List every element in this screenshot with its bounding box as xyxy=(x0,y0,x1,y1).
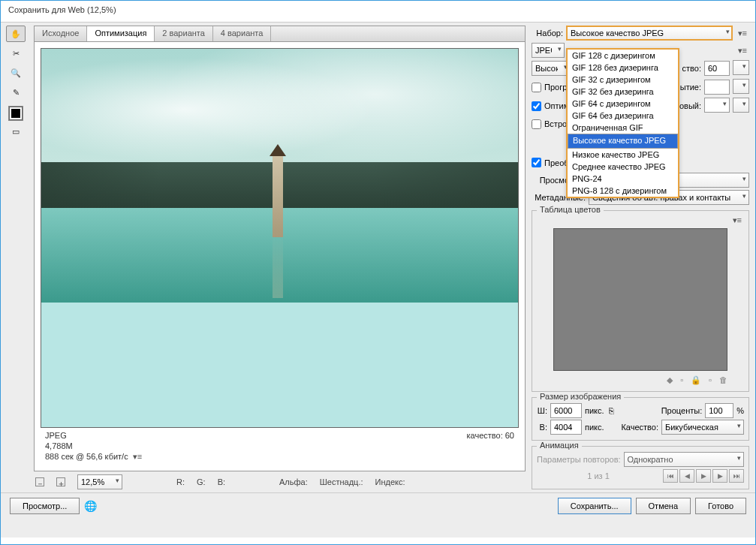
percent-input[interactable] xyxy=(705,403,733,418)
blur-input[interactable] xyxy=(704,80,730,95)
anim-next-icon: ▶ xyxy=(712,469,727,483)
image-size-title: Размер изображения xyxy=(537,392,624,401)
width-input[interactable] xyxy=(550,403,582,418)
palette-lock-icon[interactable]: 🔒 xyxy=(691,375,701,385)
tab-4up[interactable]: 4 варианта xyxy=(213,26,272,41)
preset-option[interactable]: GIF 128 с дизерингом xyxy=(568,50,678,62)
browser-icon[interactable]: 🌐 xyxy=(84,500,97,512)
quality-label: ство: xyxy=(682,64,701,73)
preset-option[interactable]: GIF 128 без дизеринга xyxy=(568,62,678,74)
filesize-label: 4,788M xyxy=(45,441,73,450)
anim-last-icon: ⏭ xyxy=(729,469,744,483)
eyedropper-tool[interactable]: ✎ xyxy=(6,84,26,101)
matte-select[interactable] xyxy=(704,98,730,113)
loop-label: Параметры повторов: xyxy=(537,455,621,464)
anim-prev-icon: ◀ xyxy=(679,469,694,483)
preset-option[interactable]: Среднее качество JPEG xyxy=(568,161,678,173)
quality-slider-icon[interactable] xyxy=(733,60,749,75)
g-label: G: xyxy=(197,477,206,486)
preset-option[interactable]: Низкое качество JPEG xyxy=(568,149,678,161)
palette-delete-icon[interactable]: 🗑 xyxy=(719,375,727,385)
resample-label: Качество: xyxy=(621,423,658,432)
link-icon[interactable]: ⎘ xyxy=(607,406,616,415)
tab-2up[interactable]: 2 варианта xyxy=(155,26,213,41)
palette-shift-icon[interactable]: ▫ xyxy=(680,375,683,385)
preset-option[interactable]: GIF 32 без дизеринга xyxy=(568,86,678,98)
zoom-tool[interactable]: 🔍 xyxy=(6,65,26,81)
hand-tool[interactable]: ✋ xyxy=(6,26,26,42)
download-time: 888 сек @ 56,6 кбит/с xyxy=(45,452,128,461)
slice-tool[interactable]: ✂ xyxy=(6,45,26,62)
blur-slider-icon[interactable] xyxy=(733,79,749,94)
matte-drop-icon[interactable] xyxy=(733,98,749,113)
palette-menu-icon[interactable]: ▾≡ xyxy=(730,215,744,224)
tool-column: ✋ ✂ 🔍 ✎ ▭ xyxy=(1,23,31,492)
color-readout-row: － ＋ R: G: B: Альфа: Шестнадц.: Индекс: xyxy=(34,471,526,492)
height-input[interactable] xyxy=(550,420,582,435)
px-label: пикс. xyxy=(585,406,604,415)
r-label: R: xyxy=(176,477,185,486)
toggle-slices-icon[interactable]: ▭ xyxy=(6,123,26,140)
percent-label: Проценты: xyxy=(661,406,703,415)
palette-pick-icon[interactable]: ◆ xyxy=(667,375,673,385)
plus-icon[interactable]: ＋ xyxy=(56,477,65,486)
hex-label: Шестнадц.: xyxy=(320,477,363,486)
resample-select[interactable] xyxy=(661,420,744,435)
preset-option[interactable]: Ограниченная GIF xyxy=(568,122,678,134)
blur-label: ытие: xyxy=(680,83,701,92)
color-table xyxy=(553,228,727,371)
palette-new-icon[interactable]: ▫ xyxy=(709,375,712,385)
format-select[interactable] xyxy=(532,43,565,58)
preset-menu-icon[interactable]: ▾≡ xyxy=(736,29,749,38)
preview-button[interactable]: Просмотр... xyxy=(10,498,80,514)
b-label: B: xyxy=(218,477,225,486)
preset-option-selected[interactable]: Высокое качество JPEG xyxy=(568,134,678,149)
window-title: Сохранить для Web (12,5%) xyxy=(1,1,755,22)
preset-select[interactable] xyxy=(566,26,733,41)
quality-input[interactable] xyxy=(704,61,730,76)
frame-position: 1 из 1 xyxy=(537,471,660,480)
preset-option[interactable]: PNG-8 128 с дизерингом xyxy=(568,185,678,197)
preset-option[interactable]: GIF 64 без дизеринга xyxy=(568,110,678,122)
color-swatch[interactable] xyxy=(9,107,23,120)
quality-preset-select[interactable] xyxy=(532,61,571,76)
time-menu-icon[interactable]: ▾≡ xyxy=(131,452,144,461)
preset-option[interactable]: PNG-24 xyxy=(568,173,678,185)
tab-optimized[interactable]: Оптимизация xyxy=(87,26,155,41)
quality-readout: качество: 60 xyxy=(466,431,514,440)
preview-canvas[interactable] xyxy=(41,48,519,428)
width-label: Ш: xyxy=(537,406,547,415)
index-label: Индекс: xyxy=(375,477,405,486)
optimize-menu-icon[interactable]: ▾≡ xyxy=(736,46,749,56)
height-label: В: xyxy=(537,423,547,432)
percent-sign: % xyxy=(736,406,744,415)
cancel-button[interactable]: Отмена xyxy=(636,498,691,514)
loop-select xyxy=(624,452,744,467)
preset-label: Набор: xyxy=(532,29,563,38)
view-tabs: Исходное Оптимизация 2 варианта 4 вариан… xyxy=(34,26,526,42)
zoom-select[interactable] xyxy=(77,474,122,489)
alpha-label: Альфа: xyxy=(279,477,308,486)
matte-label: овый: xyxy=(679,101,701,110)
preset-dropdown: GIF 128 с дизерингом GIF 128 без дизерин… xyxy=(566,48,679,198)
tab-original[interactable]: Исходное xyxy=(35,26,87,41)
color-table-title: Таблица цветов xyxy=(537,205,604,214)
px-label2: пикс. xyxy=(585,423,604,432)
preset-option[interactable]: GIF 64 с дизерингом xyxy=(568,98,678,110)
animation-title: Анимация xyxy=(537,441,582,450)
preset-option[interactable]: GIF 32 с дизерингом xyxy=(568,74,678,86)
save-button[interactable]: Сохранить... xyxy=(558,498,631,514)
format-label: JPEG xyxy=(45,431,67,440)
anim-play-icon: ▶ xyxy=(696,469,711,483)
done-button[interactable]: Готово xyxy=(695,498,746,514)
minus-icon[interactable]: － xyxy=(35,477,44,486)
anim-first-icon: ⏮ xyxy=(663,469,678,483)
